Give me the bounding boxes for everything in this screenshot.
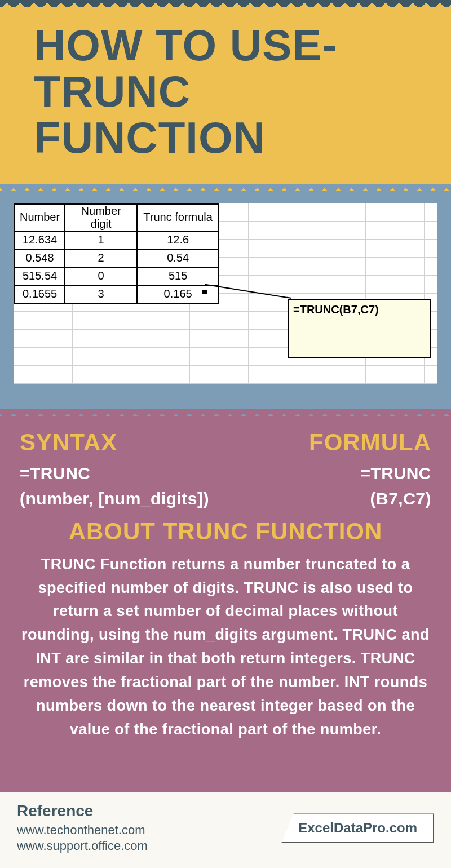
table-header-row: Number Number digit Trunc formula	[15, 204, 219, 231]
formula-code-line1: =TRUNC	[309, 460, 431, 486]
col-number: Number	[15, 204, 65, 231]
formula-label: FORMULA	[309, 429, 431, 456]
reference-link-2: www.support.office.com	[17, 838, 148, 854]
syntax-label: SYNTAX	[20, 429, 209, 456]
formula-callout: =TRUNC(B7,C7)	[288, 299, 431, 358]
spreadsheet-screenshot: Number Number digit Trunc formula 12.634…	[14, 203, 437, 384]
table-row: 515.54 0 515	[15, 267, 219, 285]
reference-link-1: www.techonthenet.com	[17, 822, 148, 839]
formula-code-line2: (B7,C7)	[309, 486, 431, 511]
callout-anchor-dot	[202, 290, 207, 294]
zigzag-decoration	[0, 409, 451, 416]
syntax-block: SYNTAX =TRUNC (number, [num_digits])	[20, 429, 209, 511]
spreadsheet-section: Number Number digit Trunc formula 12.634…	[0, 184, 451, 409]
formula-block: FORMULA =TRUNC (B7,C7)	[309, 429, 431, 511]
reference-heading: Reference	[17, 802, 148, 820]
col-formula: Trunc formula	[137, 204, 219, 231]
syntax-formula-row: SYNTAX =TRUNC (number, [num_digits]) FOR…	[20, 429, 431, 511]
about-heading: ABOUT TRUNC FUNCTION	[20, 518, 431, 545]
description-section: SYNTAX =TRUNC (number, [num_digits]) FOR…	[0, 409, 451, 792]
header-section: HOW TO USE- TRUNC FUNCTION	[0, 0, 451, 184]
syntax-code-line2: (number, [num_digits])	[20, 486, 209, 511]
example-table: Number Number digit Trunc formula 12.634…	[14, 203, 219, 304]
about-description: TRUNC Function returns a number truncate…	[20, 553, 431, 742]
brand-tag: ExcelDataPro.com	[281, 813, 434, 843]
page-title: HOW TO USE- TRUNC FUNCTION	[34, 23, 417, 161]
table-row: 0.548 2 0.54	[15, 249, 219, 267]
zigzag-decoration	[0, 184, 451, 191]
reference-block: Reference www.techonthenet.com www.suppo…	[17, 802, 148, 854]
infographic-page: HOW TO USE- TRUNC FUNCTION Number Number…	[0, 0, 451, 868]
syntax-code-line1: =TRUNC	[20, 460, 209, 486]
table-row: 0.1655 3 0.165	[15, 285, 219, 303]
footer-section: Reference www.techonthenet.com www.suppo…	[0, 792, 451, 868]
zigzag-top-decoration	[0, 0, 451, 7]
col-digit: Number digit	[65, 204, 137, 231]
table-row: 12.634 1 12.6	[15, 231, 219, 249]
